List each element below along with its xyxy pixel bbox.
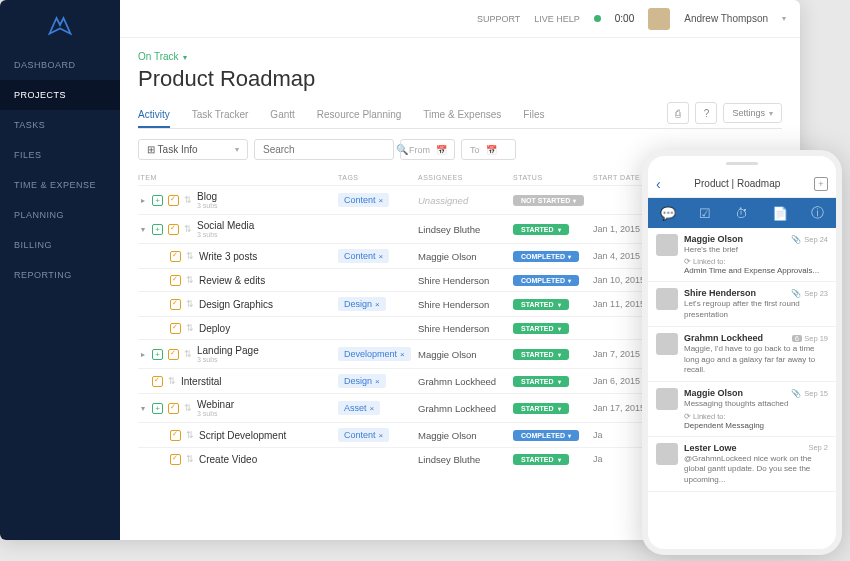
status-badge[interactable]: COMPLETED▾ — [513, 430, 579, 441]
expand-icon[interactable]: ▸ — [138, 196, 147, 205]
tab-time-expenses[interactable]: Time & Expenses — [423, 103, 501, 127]
task-info-dropdown[interactable]: ⊞ Task Info▾ — [138, 139, 248, 160]
message-item[interactable]: Lester LoweSep 2@GrahmnLockeed nice work… — [648, 437, 836, 492]
assignee[interactable]: Lindsey Bluthe — [418, 224, 480, 235]
task-checkbox-icon[interactable] — [170, 323, 181, 334]
tab-files[interactable]: Files — [523, 103, 544, 127]
status-badge[interactable]: STARTED▾ — [513, 299, 569, 310]
add-icon[interactable]: + — [152, 224, 163, 235]
status-badge[interactable]: STARTED▾ — [513, 376, 569, 387]
assignee[interactable]: Lindsey Bluthe — [418, 454, 480, 465]
sidebar-item-dashboard[interactable]: DASHBOARD — [0, 50, 120, 80]
user-name[interactable]: Andrew Thompson — [684, 13, 768, 24]
assignee[interactable]: Grahmn Lockheed — [418, 403, 496, 414]
play-icon[interactable] — [594, 15, 601, 22]
tab-activity[interactable]: Activity — [138, 103, 170, 128]
assignee[interactable]: Unassigned — [418, 195, 468, 206]
timer-icon[interactable]: ⏱ — [735, 206, 748, 221]
tasks-icon[interactable]: ☑ — [699, 206, 711, 221]
tag[interactable]: Content × — [338, 428, 389, 442]
add-icon[interactable]: + — [152, 349, 163, 360]
tag[interactable]: Development × — [338, 347, 411, 361]
task-checkbox-icon[interactable] — [168, 224, 179, 235]
tag[interactable]: Design × — [338, 297, 386, 311]
message-item[interactable]: Maggie Olson📎Sep 15Messaging thoughts at… — [648, 382, 836, 436]
status-badge[interactable]: COMPLETED▾ — [513, 251, 579, 262]
task-checkbox-icon[interactable] — [170, 454, 181, 465]
message-item[interactable]: Shire Henderson📎Sep 23Let's regroup afte… — [648, 282, 836, 327]
status-badge[interactable]: NOT STARTED▾ — [513, 195, 584, 206]
sidebar-item-tasks[interactable]: TASKS — [0, 110, 120, 140]
sidebar-item-reporting[interactable]: REPORTING — [0, 260, 120, 290]
expand-icon[interactable]: ▸ — [138, 350, 147, 359]
drag-icon[interactable]: ⇅ — [186, 323, 194, 333]
task-checkbox-icon[interactable] — [170, 275, 181, 286]
action-icon-1[interactable]: ⎙ — [667, 102, 689, 124]
search-input[interactable]: 🔍 — [254, 139, 394, 160]
tab-task-tracker[interactable]: Task Tracker — [192, 103, 249, 127]
status-badge[interactable]: STARTED▾ — [513, 224, 569, 235]
from-date[interactable]: From📅 — [400, 139, 455, 160]
expand-icon[interactable]: ▾ — [138, 225, 147, 234]
sidebar-item-time-expense[interactable]: TIME & EXPENSE — [0, 170, 120, 200]
project-status[interactable]: On Track ▾ — [138, 46, 782, 64]
info-icon[interactable]: ⓘ — [811, 204, 824, 222]
message-item[interactable]: Maggie Olson📎Sep 24Here's the brief⟳ Lin… — [648, 228, 836, 282]
phone-mockup: ‹ Product | Roadmap + 💬 ☑ ⏱ 📄 ⓘ Maggie O… — [642, 150, 842, 555]
status-badge[interactable]: STARTED▾ — [513, 323, 569, 334]
assignee[interactable]: Maggie Olson — [418, 251, 477, 262]
sidebar-item-files[interactable]: FILES — [0, 140, 120, 170]
status-badge[interactable]: COMPLETED▾ — [513, 275, 579, 286]
assignee[interactable]: Maggie Olson — [418, 349, 477, 360]
expand-icon[interactable]: ▾ — [138, 404, 147, 413]
drag-icon[interactable]: ⇅ — [186, 275, 194, 285]
tab-resource-planning[interactable]: Resource Planning — [317, 103, 402, 127]
assignee[interactable]: Shire Henderson — [418, 323, 489, 334]
status-badge[interactable]: STARTED▾ — [513, 349, 569, 360]
tag[interactable]: Design × — [338, 374, 386, 388]
chevron-down-icon[interactable]: ▾ — [782, 14, 786, 23]
to-date[interactable]: To📅 — [461, 139, 516, 160]
sidebar-item-planning[interactable]: PLANNING — [0, 200, 120, 230]
notes-icon[interactable]: 📄 — [772, 206, 788, 221]
add-icon[interactable]: + — [152, 403, 163, 414]
assignee[interactable]: Maggie Olson — [418, 430, 477, 441]
add-icon[interactable]: + — [152, 195, 163, 206]
chat-icon[interactable]: 💬 — [660, 206, 676, 221]
sidebar-item-billing[interactable]: BILLING — [0, 230, 120, 260]
livehelp-link[interactable]: LIVE HELP — [534, 14, 580, 24]
support-link[interactable]: SUPPORT — [477, 14, 520, 24]
add-user-icon[interactable]: + — [814, 177, 828, 191]
back-icon[interactable]: ‹ — [656, 176, 661, 192]
drag-icon[interactable]: ⇅ — [186, 299, 194, 309]
assignee[interactable]: Shire Henderson — [418, 275, 489, 286]
drag-icon[interactable]: ⇅ — [186, 454, 194, 464]
task-checkbox-icon[interactable] — [170, 299, 181, 310]
tag[interactable]: Content × — [338, 193, 389, 207]
tab-gantt[interactable]: Gantt — [270, 103, 294, 127]
drag-icon[interactable]: ⇅ — [184, 195, 192, 205]
task-checkbox-icon[interactable] — [168, 349, 179, 360]
settings-button[interactable]: Settings▾ — [723, 103, 782, 123]
task-checkbox-icon[interactable] — [170, 430, 181, 441]
task-checkbox-icon[interactable] — [168, 195, 179, 206]
drag-icon[interactable]: ⇅ — [186, 430, 194, 440]
drag-icon[interactable]: ⇅ — [168, 376, 176, 386]
task-checkbox-icon[interactable] — [168, 403, 179, 414]
task-checkbox-icon[interactable] — [152, 376, 163, 387]
status-badge[interactable]: STARTED▾ — [513, 403, 569, 414]
sidebar-item-projects[interactable]: PROJECTS — [0, 80, 120, 110]
drag-icon[interactable]: ⇅ — [184, 403, 192, 413]
assignee[interactable]: Grahmn Lockheed — [418, 376, 496, 387]
task-checkbox-icon[interactable] — [170, 251, 181, 262]
avatar[interactable] — [648, 8, 670, 30]
help-icon[interactable]: ? — [695, 102, 717, 124]
tag[interactable]: Asset × — [338, 401, 380, 415]
drag-icon[interactable]: ⇅ — [184, 224, 192, 234]
assignee[interactable]: Shire Henderson — [418, 299, 489, 310]
message-item[interactable]: Grahmn Lockheed6 Sep 19Maggie, I'd have … — [648, 327, 836, 382]
drag-icon[interactable]: ⇅ — [184, 349, 192, 359]
tag[interactable]: Content × — [338, 249, 389, 263]
status-badge[interactable]: STARTED▾ — [513, 454, 569, 465]
drag-icon[interactable]: ⇅ — [186, 251, 194, 261]
